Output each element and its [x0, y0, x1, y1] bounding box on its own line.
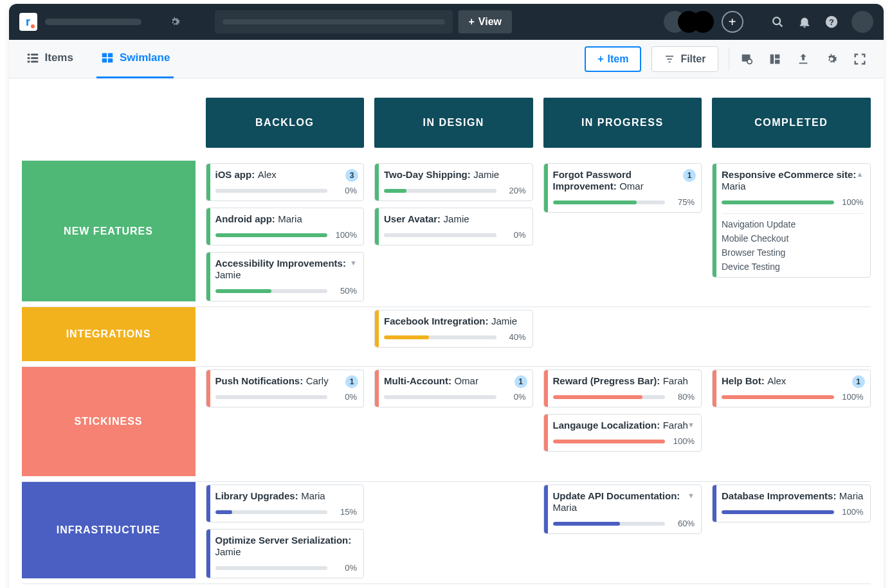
grid-icon	[100, 51, 114, 65]
add-member-button[interactable]: +	[722, 11, 743, 33]
card-header: Push Notifications: Carly	[215, 375, 358, 387]
card-header: Help Bot: Alex	[722, 375, 864, 387]
card[interactable]: ▼ Update API Documentation: Maria 60%	[543, 485, 702, 534]
swimlane-cell: 3 iOS app: Alex 0% Android app: Maria 10…	[206, 161, 365, 301]
card[interactable]: Library Upgrades: Maria 15%	[206, 485, 365, 522]
card-header: Library Upgrades: Maria	[215, 490, 358, 502]
card-title: Help Bot:	[722, 375, 765, 386]
progress: 0%	[215, 563, 358, 573]
tab-items[interactable]: Items	[22, 40, 77, 78]
card-title: Android app:	[215, 213, 275, 224]
swimlane-cell: Two-Day Shipping: Jamie 20% User Avatar:…	[374, 161, 533, 301]
swimlane-cell: Database Improvements: Maria 100%	[712, 482, 871, 578]
gear-icon[interactable]	[168, 15, 181, 28]
subitem[interactable]: Browser Testing	[722, 247, 864, 258]
chevron-down-icon[interactable]: ▼	[687, 492, 695, 499]
filter-icon	[664, 53, 675, 65]
card-assignee: Maria	[278, 213, 302, 224]
lane-label: New Features	[22, 161, 196, 301]
svg-text:?: ?	[829, 17, 834, 27]
card[interactable]: Database Improvements: Maria 100%	[712, 485, 871, 522]
search-icon[interactable]	[770, 15, 790, 29]
progress-pct: 80%	[670, 392, 695, 402]
add-view-button[interactable]: + View	[458, 10, 513, 33]
card-assignee: Jamie	[215, 269, 241, 280]
card-assignee: Maria	[722, 181, 746, 192]
swimlane-cell	[374, 482, 533, 578]
chevron-down-icon[interactable]: ▼	[350, 259, 357, 267]
card-assignee: Jamie	[491, 316, 517, 326]
progress-pct: 20%	[502, 186, 526, 195]
card-accent-stripe	[544, 370, 548, 407]
export-icon[interactable]	[796, 52, 814, 66]
swimlane-cell: ▲ Responsive eCommerce site: Maria 100% …	[712, 161, 871, 301]
app-logo[interactable]: r	[19, 13, 37, 31]
count-badge: 3	[345, 169, 358, 182]
card[interactable]: ▼ Langauge Localization: Farah 100%	[543, 414, 702, 452]
progress: 0%	[215, 392, 358, 402]
settings-icon[interactable]	[824, 52, 842, 66]
add-item-button[interactable]: + Item	[585, 46, 641, 72]
progress-pct: 40%	[502, 332, 526, 342]
card[interactable]: Android app: Maria 100%	[206, 208, 365, 245]
tab-swimlane[interactable]: Swimlane	[96, 40, 174, 78]
card[interactable]: Two-Day Shipping: Jamie 20%	[374, 163, 533, 201]
card[interactable]: 1 Push Notifications: Carly 0%	[206, 370, 365, 407]
subitem[interactable]: Device Testing	[722, 262, 864, 272]
card[interactable]: 1 Forgot Password Improvement: Omar 75%	[543, 163, 702, 213]
swimlane-cell: 1 Help Bot: Alex 100%	[712, 367, 871, 476]
card-accent-stripe	[713, 370, 716, 407]
chevron-up-icon[interactable]: ▲	[857, 170, 864, 178]
card-assignee: Omar	[619, 181, 644, 192]
card[interactable]: ▼ Accessibility Improvements: Jamie 50%	[206, 252, 365, 301]
card[interactable]: 1 Help Bot: Alex 100%	[712, 370, 871, 407]
link-icon[interactable]	[740, 52, 758, 66]
card-title: Update API Documentation:	[553, 490, 680, 501]
top-search-area[interactable]	[215, 10, 453, 33]
layout-icon[interactable]	[768, 52, 786, 66]
card[interactable]: User Avatar: Jamie 0%	[374, 208, 533, 245]
bell-icon[interactable]	[797, 15, 817, 29]
subitem[interactable]: Mobile Checkout	[722, 233, 864, 244]
project-name-placeholder	[45, 19, 141, 25]
card-title: iOS app:	[215, 169, 255, 180]
avatar[interactable]	[692, 11, 714, 33]
svg-rect-10	[102, 53, 107, 57]
card-accent-stripe	[206, 253, 210, 301]
card[interactable]: 1 Multi-Account: Omar 0%	[374, 370, 533, 407]
card[interactable]: ▲ Responsive eCommerce site: Maria 100% …	[712, 163, 871, 278]
progress: 50%	[215, 286, 358, 296]
progress-pct: 50%	[332, 286, 357, 296]
card-title: Responsive eCommerce site:	[722, 169, 856, 180]
card[interactable]: 3 iOS app: Alex 0%	[206, 163, 365, 201]
card-header: Reward (Pregress Bar): Farah	[553, 375, 695, 387]
chevron-down-icon[interactable]: ▼	[687, 421, 695, 429]
card-title: User Avatar:	[384, 213, 441, 224]
swimlane-cell	[543, 307, 702, 361]
card-header: Accessibility Improvements: Jamie	[215, 258, 358, 281]
svg-rect-21	[775, 59, 779, 63]
svg-rect-12	[102, 58, 107, 62]
card-accent-stripe	[375, 370, 379, 407]
card[interactable]: Optimize Server Serialization: Jamie 0%	[206, 529, 365, 578]
svg-rect-4	[27, 54, 30, 56]
card[interactable]: Reward (Pregress Bar): Farah 80%	[543, 370, 702, 407]
swimlane-cell	[206, 307, 365, 361]
subitem[interactable]: Navigation Update	[722, 219, 864, 229]
filter-button[interactable]: Filter	[651, 46, 718, 72]
progress-pct: 0%	[502, 230, 526, 240]
card-header: Android app: Maria	[215, 213, 358, 225]
card-title: Accessibility Improvements:	[215, 258, 346, 269]
card[interactable]: Facebook Intregration: Jamie 40%	[374, 310, 533, 348]
swimlane-cell: Facebook Intregration: Jamie 40%	[374, 307, 533, 361]
card-assignee: Maria	[839, 490, 864, 501]
user-avatar[interactable]	[851, 11, 873, 33]
swimlane-cell: 1 Forgot Password Improvement: Omar 75%	[543, 161, 702, 301]
column-header: Backlog	[206, 98, 365, 148]
card-assignee: Farah	[663, 420, 688, 431]
column-header: In Design	[374, 98, 533, 148]
svg-rect-7	[31, 57, 38, 59]
card-assignee: Carly	[306, 375, 329, 386]
fullscreen-icon[interactable]	[853, 52, 871, 66]
help-icon[interactable]: ?	[824, 15, 844, 29]
